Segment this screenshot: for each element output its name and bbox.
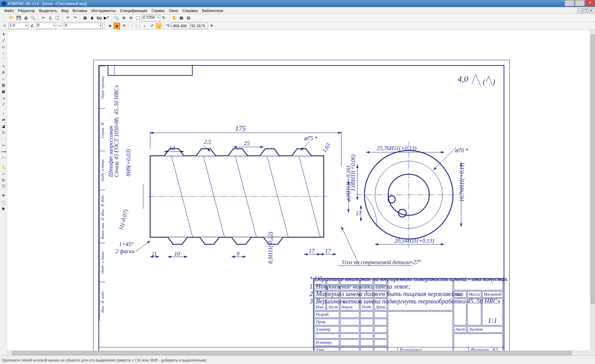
rough-tool[interactable]: √	[1, 101, 6, 107]
calc-button[interactable]: 🖩	[89, 15, 95, 21]
doc-restore-button[interactable]: ❐	[583, 8, 588, 13]
doc-minimize-button[interactable]: ─	[577, 8, 582, 13]
svg-text:1,63: 1,63	[321, 142, 332, 154]
preview-button[interactable]: 🔍	[30, 15, 36, 21]
dim-tool[interactable]: ↔	[1, 76, 6, 81]
help-context-button[interactable]: ▶?	[103, 15, 109, 21]
svg-text:9: 9	[237, 251, 239, 257]
menu-libs[interactable]: Библиотеки	[200, 8, 225, 13]
zoom-out-button[interactable]: ⊖	[128, 15, 134, 21]
snap-mid-button[interactable]: ●	[114, 23, 120, 29]
leader-tool[interactable]: ↘	[1, 95, 6, 101]
extend-tool[interactable]: ⟶	[1, 149, 6, 154]
menu-select[interactable]: Выделить	[37, 8, 59, 13]
zoom-area-button[interactable]: 🔍	[113, 15, 120, 21]
snap-button[interactable]: ⊹	[1, 23, 8, 29]
minimize-button[interactable]: ─	[565, 0, 574, 6]
snap-int-button[interactable]: ✕	[121, 23, 127, 29]
section-tool[interactable]: ⬚	[1, 199, 6, 205]
new-button[interactable]: 📄	[1, 15, 8, 21]
print-button[interactable]: 🖶	[23, 15, 29, 21]
props-button[interactable]: ▦	[82, 15, 88, 21]
zoom-in-button[interactable]: ⊕	[120, 15, 127, 21]
svg-text:10: 10	[169, 145, 175, 151]
mirror-tool[interactable]: ◪	[1, 123, 6, 129]
point-tool[interactable]: ✦	[1, 31, 6, 37]
menu-spec[interactable]: Спецификация	[118, 8, 149, 13]
close-button[interactable]: ✕	[585, 0, 595, 6]
style-button[interactable]: 〰	[57, 23, 63, 29]
copy-button[interactable]: ⎘	[47, 15, 53, 21]
area-tool[interactable]: ▱	[1, 171, 6, 176]
pan-button[interactable]: ✋	[171, 15, 177, 21]
rect-tool[interactable]: ▭	[1, 44, 6, 50]
menu-file[interactable]: Файл	[2, 8, 16, 13]
menu-view[interactable]: Вид	[59, 8, 70, 13]
menu-window[interactable]: Окно	[167, 8, 180, 13]
fillet-tool[interactable]: ◠	[1, 155, 6, 161]
circle-tool[interactable]: ○	[1, 50, 6, 56]
menu-edit[interactable]: Редактор	[16, 8, 37, 13]
grid-show-button[interactable]: ⋮⋮	[131, 23, 137, 29]
array-tool[interactable]: ⋮⋮	[1, 136, 6, 142]
mass-tool[interactable]: ⚖	[1, 177, 6, 183]
coord-lock-button[interactable]: ▾	[209, 23, 215, 29]
menu-insert[interactable]: Вставка	[70, 8, 89, 13]
redo-button[interactable]: ↷	[72, 15, 78, 21]
layers-button[interactable]: ▤	[185, 15, 192, 21]
toolbar-snap: ⊹ 1.0 ∠ 0 〰 0 ⬗ ● ✕ ⋮⋮ ⬦ ↗ ⟂ ˣYₓ ▾	[0, 22, 595, 30]
refresh-button[interactable]: ↻	[161, 15, 167, 21]
svg-line-62	[434, 147, 457, 170]
svg-text:2,5: 2,5	[204, 139, 211, 145]
spline-tool[interactable]: ∿	[1, 63, 6, 69]
measure-tool[interactable]: 📏	[1, 164, 6, 170]
grid-button[interactable]: ▦	[178, 15, 185, 21]
hatch-tool[interactable]: ▨	[1, 82, 6, 88]
menu-tools[interactable]: Инструменты	[89, 8, 118, 13]
save-button[interactable]: 💾	[16, 15, 22, 21]
undo-button[interactable]: ↶	[64, 15, 71, 21]
track-button[interactable]: ⟂	[155, 23, 162, 29]
view-tool[interactable]: 👁	[1, 193, 6, 198]
fx-button[interactable]: f(x)	[96, 15, 102, 21]
svg-text:8,9H11(-0,22): 8,9H11(-0,22)	[267, 232, 274, 264]
paste-button[interactable]: 📋	[54, 15, 61, 21]
doc-close-button[interactable]: ✕	[589, 8, 594, 13]
rotate-tool[interactable]: ↻	[1, 130, 6, 135]
scrollbar-horizontal[interactable]	[7, 351, 590, 356]
step-combo[interactable]: 1.0	[8, 23, 28, 29]
snap-end-button[interactable]: ⬗	[107, 23, 113, 29]
menu-help[interactable]: Справка	[180, 8, 200, 13]
detail-tool[interactable]: ◉	[1, 205, 6, 211]
app-title: КОМПАС-3D V13 - [Шнек ->Системный вид]	[8, 1, 87, 6]
svg-marker-6	[132, 189, 150, 204]
polar-button[interactable]: ↗	[148, 23, 155, 29]
zoom-combo[interactable]: 0.7258	[142, 15, 160, 21]
edit1-tool[interactable]: ↕	[1, 110, 6, 116]
maximize-button[interactable]: □	[575, 0, 585, 6]
text-tool[interactable]: A	[1, 69, 6, 75]
angle-button[interactable]: ∠	[29, 23, 35, 29]
scrollbar-vertical[interactable]	[590, 30, 595, 351]
arc-tool[interactable]: ⌒	[1, 57, 6, 62]
svg-text:⌀75 *: ⌀75 *	[304, 135, 317, 141]
open-button[interactable]: 📂	[8, 15, 15, 21]
trim-tool[interactable]: ✂	[1, 142, 6, 148]
layer-combo[interactable]: 0	[64, 23, 103, 29]
coord-y-input[interactable]	[190, 23, 208, 29]
edit2-tool[interactable]: ⇄	[1, 117, 6, 123]
line-tool[interactable]: ╱	[1, 38, 6, 43]
bottom-stamp: Копировал Формат А3	[99, 347, 504, 351]
coord-x-input[interactable]	[172, 23, 189, 29]
ortho-button[interactable]: ⬦	[141, 23, 148, 29]
info-tool[interactable]: ⓘ	[1, 183, 6, 189]
angle-combo[interactable]: 0	[36, 23, 56, 29]
svg-text:25: 25	[244, 140, 250, 146]
table-tool[interactable]: ▦	[1, 89, 6, 94]
cut-button[interactable]: ✂	[40, 15, 46, 21]
svg-line-36	[136, 241, 150, 251]
svg-text:8H9(+0,03): 8H9(+0,03)	[125, 149, 132, 176]
menu-service[interactable]: Сервис	[149, 8, 167, 13]
zoom-fit-button[interactable]: ⛶	[135, 15, 141, 21]
drawing-canvas[interactable]: 4,0 ( ) Перв. примен. Справ. № Подп. и д…	[7, 30, 590, 351]
